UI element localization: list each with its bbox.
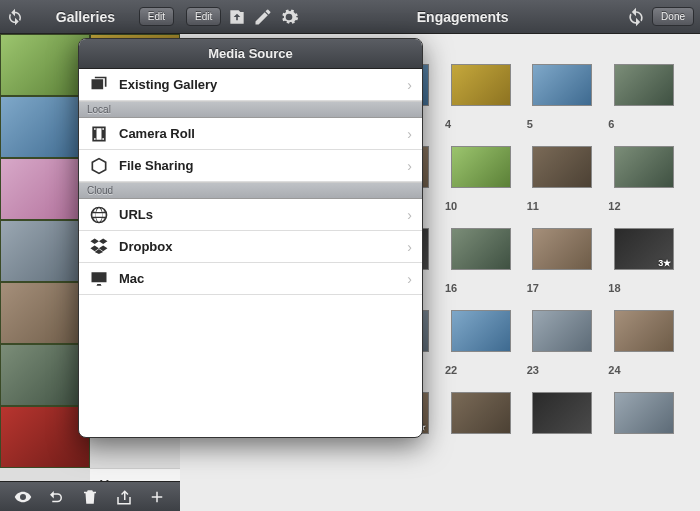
media-source-popover: Media Source Existing Gallery › Local Ca… <box>78 38 423 438</box>
grid-caption: 6 <box>608 118 680 130</box>
chevron-right-icon: › <box>407 158 412 174</box>
media-source-dropbox[interactable]: Dropbox › <box>79 231 422 263</box>
grid-caption: 18 <box>608 282 680 294</box>
media-source-file-sharing[interactable]: File Sharing › <box>79 150 422 182</box>
grid-item[interactable] <box>608 392 680 434</box>
grid-item[interactable] <box>527 146 599 188</box>
media-source-existing-gallery[interactable]: Existing Gallery › <box>79 69 422 101</box>
trash-icon[interactable] <box>81 488 99 506</box>
popover-title: Media Source <box>79 39 422 69</box>
sidebar-header: Galleries Edit <box>0 0 180 34</box>
media-source-camera-roll[interactable]: Camera Roll › <box>79 118 422 150</box>
eye-icon[interactable] <box>14 488 32 506</box>
grid-item[interactable] <box>445 146 517 188</box>
grid-caption: 10 <box>445 200 517 212</box>
refresh-icon[interactable] <box>6 8 24 26</box>
undo-icon[interactable] <box>47 488 65 506</box>
row-label: Mac <box>119 271 407 286</box>
media-source-mac[interactable]: Mac › <box>79 263 422 295</box>
grid-caption: 23 <box>527 364 599 376</box>
grid-item[interactable] <box>527 310 599 352</box>
share-icon[interactable] <box>115 488 133 506</box>
grid-caption: 12 <box>608 200 680 212</box>
grid-item[interactable] <box>445 392 517 434</box>
grid-item[interactable] <box>527 64 599 106</box>
grid-caption: 11 <box>527 200 599 212</box>
grid-caption: 5 <box>527 118 599 130</box>
gallery-stack-icon <box>89 75 109 95</box>
grid-caption: 17 <box>527 282 599 294</box>
chevron-right-icon: › <box>407 77 412 93</box>
add-icon[interactable] <box>148 488 166 506</box>
gear-icon[interactable] <box>279 7 299 27</box>
row-label: File Sharing <box>119 158 407 173</box>
grid-item[interactable] <box>445 228 517 270</box>
grid-item[interactable] <box>445 64 517 106</box>
import-icon[interactable] <box>227 7 247 27</box>
chevron-right-icon: › <box>407 126 412 142</box>
grid-caption: 16 <box>445 282 517 294</box>
grid-caption: 4 <box>445 118 517 130</box>
done-button[interactable]: Done <box>652 7 694 26</box>
film-icon <box>89 124 109 144</box>
row-label: Camera Roll <box>119 126 407 141</box>
grid-item[interactable] <box>445 310 517 352</box>
grid-item[interactable] <box>608 146 680 188</box>
chevron-right-icon: › <box>407 271 412 287</box>
grid-item[interactable]: 3★ <box>608 228 680 270</box>
globe-icon <box>89 205 109 225</box>
media-source-urls[interactable]: URLs › <box>79 199 422 231</box>
section-cloud: Cloud <box>79 182 422 199</box>
grid-caption: 22 <box>445 364 517 376</box>
row-label: URLs <box>119 207 407 222</box>
monitor-icon <box>89 269 109 289</box>
section-local: Local <box>79 101 422 118</box>
rating-badge: 3★ <box>658 258 671 268</box>
sidebar-title: Galleries <box>32 9 139 25</box>
chevron-right-icon: › <box>407 207 412 223</box>
grid-item[interactable] <box>608 310 680 352</box>
grid-item[interactable] <box>527 392 599 434</box>
row-label: Existing Gallery <box>119 77 407 92</box>
row-label: Dropbox <box>119 239 407 254</box>
dropbox-icon <box>89 237 109 257</box>
chevron-right-icon: › <box>407 239 412 255</box>
compose-icon[interactable] <box>253 7 273 27</box>
grid-item[interactable] <box>527 228 599 270</box>
grid-caption: 24 <box>608 364 680 376</box>
sidebar-footer <box>0 481 180 511</box>
sidebar-edit-button[interactable]: Edit <box>139 7 174 26</box>
sync-icon[interactable] <box>626 7 646 27</box>
grid-item[interactable] <box>608 64 680 106</box>
main-title: Engagements <box>305 9 620 25</box>
box-icon <box>89 156 109 176</box>
main-header: Edit Engagements Done <box>180 0 700 34</box>
venues-card[interactable]: Venues 12 galleries <box>90 468 180 481</box>
main-edit-button[interactable]: Edit <box>186 7 221 26</box>
